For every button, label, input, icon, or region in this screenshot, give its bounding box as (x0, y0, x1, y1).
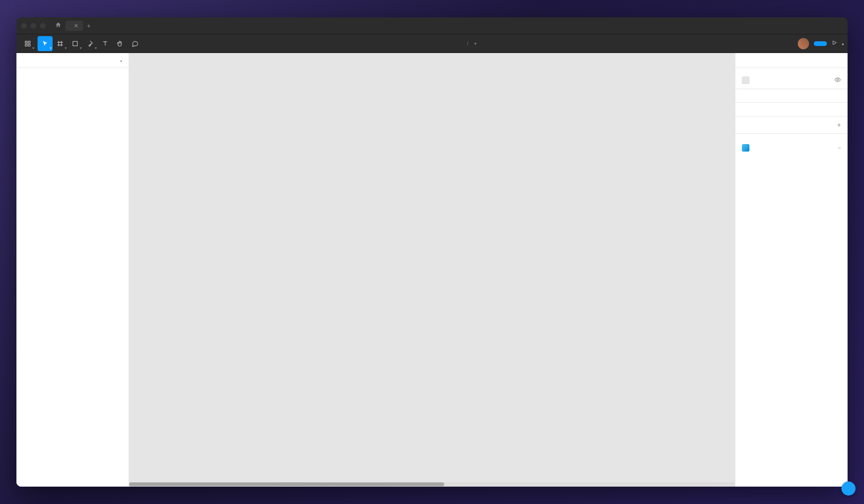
maximize-window-icon[interactable] (40, 23, 46, 29)
svg-rect-2 (25, 44, 27, 46)
traffic-lights (21, 23, 46, 29)
hand-tool[interactable] (113, 36, 128, 51)
left-panel: ▾ (16, 53, 129, 487)
scrollbar-thumb[interactable] (129, 482, 444, 486)
svg-rect-1 (28, 41, 30, 43)
shape-tool[interactable] (68, 36, 83, 51)
background-section (735, 68, 848, 89)
pen-tool[interactable] (83, 36, 98, 51)
comment-tool[interactable] (128, 36, 143, 51)
close-window-icon[interactable] (21, 23, 27, 29)
zoom-dropdown[interactable]: ▾ (842, 40, 844, 47)
tinyimage-icon (742, 144, 749, 152)
background-row[interactable] (742, 76, 841, 84)
add-export-button[interactable]: + (837, 121, 841, 129)
home-icon[interactable] (55, 22, 62, 30)
new-tab-button[interactable]: + (87, 22, 91, 30)
visibility-toggle-icon[interactable] (834, 76, 841, 84)
horizontal-scrollbar[interactable] (129, 482, 735, 487)
breadcrumb: / ▾ (143, 40, 798, 47)
plugin-minus-icon[interactable]: − (838, 145, 841, 151)
color-styles-section (735, 103, 848, 116)
toolbar-right: ▾ (798, 38, 844, 49)
main-menu-button[interactable] (20, 36, 35, 51)
titlebar: ✕ + (16, 17, 848, 34)
plugin-section: − (735, 134, 848, 160)
svg-rect-0 (25, 41, 27, 43)
svg-point-5 (837, 79, 839, 81)
app-window: ✕ + / ▾ (16, 17, 848, 487)
main-area: ▾ (16, 53, 848, 487)
export-section: + (735, 116, 848, 134)
svg-rect-3 (28, 44, 30, 46)
document-tab[interactable]: ✕ (65, 21, 83, 31)
chevron-down-icon[interactable]: ▾ (474, 41, 477, 46)
layers-list[interactable] (16, 68, 129, 487)
share-button[interactable] (814, 41, 827, 46)
right-panel-tabs (735, 53, 848, 68)
minimize-window-icon[interactable] (31, 23, 36, 29)
toolbar: / ▾ ▾ (16, 34, 848, 53)
breadcrumb-separator: / (467, 40, 469, 47)
tab-close-icon[interactable]: ✕ (74, 23, 78, 29)
move-tool[interactable] (38, 36, 53, 51)
svg-rect-4 (73, 41, 77, 46)
plugin-row[interactable]: − (742, 142, 841, 153)
frame-tool[interactable] (53, 36, 68, 51)
canvas[interactable] (129, 53, 735, 487)
present-button[interactable] (832, 40, 837, 47)
text-tool[interactable] (98, 36, 113, 51)
avatar[interactable] (798, 38, 809, 49)
left-panel-tabs: ▾ (16, 53, 129, 68)
text-styles-section (735, 89, 848, 103)
page-selector[interactable]: ▾ (120, 58, 122, 63)
right-panel: + − (735, 53, 848, 487)
background-swatch[interactable] (742, 76, 749, 84)
